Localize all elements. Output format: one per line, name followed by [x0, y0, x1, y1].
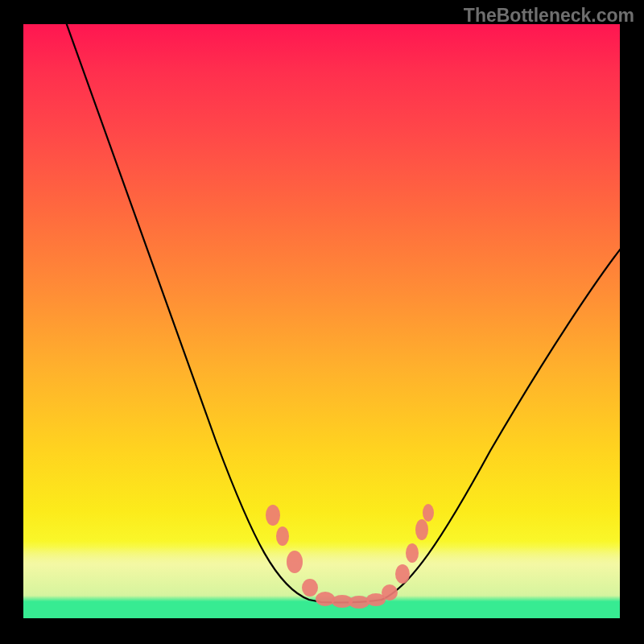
highlighted-point-markers	[23, 24, 620, 618]
marker-dot	[316, 592, 335, 606]
marker-dot	[302, 579, 318, 597]
marker-dot	[382, 584, 398, 601]
marker-dot	[287, 551, 303, 573]
watermark-text: TheBottleneck.com	[464, 5, 634, 27]
marker-dot	[415, 519, 428, 540]
marker-dot	[266, 505, 280, 526]
marker-dot	[406, 543, 419, 563]
marker-dot	[276, 526, 289, 546]
plot-area	[23, 24, 620, 618]
marker-dot	[423, 504, 434, 522]
marker-dot	[349, 596, 369, 609]
marker-dot	[395, 564, 410, 584]
